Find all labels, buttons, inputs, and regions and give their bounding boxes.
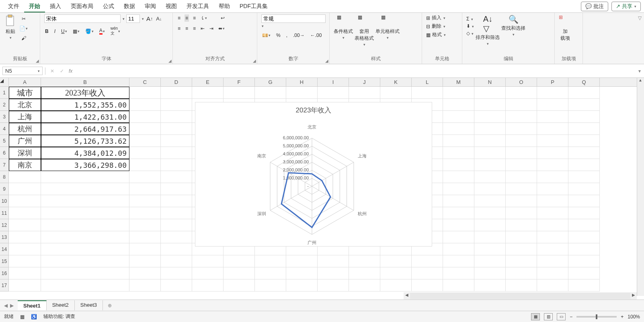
sheet-tab-Sheet3[interactable]: Sheet3 bbox=[75, 300, 103, 310]
row-header-9[interactable]: 9 bbox=[0, 183, 9, 195]
italic-icon[interactable]: I bbox=[53, 28, 56, 35]
cell-P7[interactable] bbox=[537, 159, 568, 171]
bold-icon[interactable]: B bbox=[44, 28, 49, 35]
cell-A6[interactable]: 深圳 bbox=[9, 147, 41, 159]
menu-开发工具[interactable]: 开发工具 bbox=[182, 0, 214, 12]
cell-M13[interactable] bbox=[443, 231, 474, 243]
col-header-O[interactable]: O bbox=[506, 78, 537, 86]
cell-D15[interactable] bbox=[161, 255, 192, 267]
cell-P4[interactable] bbox=[537, 123, 568, 135]
cell-D2[interactable] bbox=[161, 99, 192, 111]
cell-A9[interactable] bbox=[9, 183, 41, 195]
fill-icon[interactable]: ⬇ ▾ bbox=[466, 23, 474, 29]
cell-N10[interactable] bbox=[474, 195, 506, 207]
cell-I17[interactable] bbox=[318, 279, 349, 291]
number-format-select[interactable] bbox=[261, 14, 326, 23]
row-header-1[interactable]: 1 bbox=[0, 87, 9, 99]
menu-帮助[interactable]: 帮助 bbox=[214, 0, 235, 12]
cell-C3[interactable] bbox=[129, 111, 161, 123]
row-header-6[interactable]: 6 bbox=[0, 147, 9, 159]
cell-Q9[interactable] bbox=[568, 183, 600, 195]
col-header-N[interactable]: N bbox=[474, 78, 506, 86]
menu-PDF工具集[interactable]: PDF工具集 bbox=[235, 0, 273, 12]
launcher-icon[interactable]: ◢ bbox=[36, 59, 39, 63]
cell-F15[interactable] bbox=[224, 255, 255, 267]
cell-C10[interactable] bbox=[129, 195, 161, 207]
cell-B14[interactable] bbox=[41, 243, 129, 255]
orientation-icon[interactable]: ⤹▾ bbox=[200, 14, 208, 22]
cell-J17[interactable] bbox=[349, 279, 380, 291]
col-header-Q[interactable]: Q bbox=[568, 78, 600, 86]
cell-B4[interactable]: 2,664,917.63 bbox=[41, 123, 129, 135]
menu-公式[interactable]: 公式 bbox=[98, 0, 119, 12]
sort-filter-button[interactable]: 排序和筛选 bbox=[476, 34, 500, 41]
cell-E1[interactable] bbox=[192, 87, 224, 99]
menu-数据[interactable]: 数据 bbox=[119, 0, 140, 12]
cell-A15[interactable] bbox=[9, 255, 41, 267]
cell-D11[interactable] bbox=[161, 207, 192, 219]
cell-Q12[interactable] bbox=[568, 219, 600, 231]
cell-A11[interactable] bbox=[9, 207, 41, 219]
cell-P15[interactable] bbox=[537, 255, 568, 267]
sheet-nav-prev-icon[interactable]: ◀ bbox=[4, 303, 8, 308]
copy-icon[interactable]: 📄▾ bbox=[18, 25, 29, 32]
menu-文件[interactable]: 文件 bbox=[3, 0, 24, 12]
macro-icon[interactable]: ▦ bbox=[20, 314, 25, 320]
cell-B12[interactable] bbox=[41, 219, 129, 231]
cell-N8[interactable] bbox=[474, 171, 506, 183]
menu-插入[interactable]: 插入 bbox=[45, 0, 66, 12]
col-header-M[interactable]: M bbox=[443, 78, 474, 86]
col-header-J[interactable]: J bbox=[349, 78, 380, 86]
format-cells-icon[interactable]: ▦ bbox=[426, 32, 431, 38]
zoom-slider[interactable] bbox=[576, 316, 617, 318]
decrease-font-icon[interactable]: A↓ bbox=[155, 15, 162, 22]
col-header-A[interactable]: A bbox=[9, 78, 41, 86]
cell-O10[interactable] bbox=[506, 195, 537, 207]
zoom-out-icon[interactable]: − bbox=[570, 314, 572, 320]
cell-K15[interactable] bbox=[380, 255, 412, 267]
wrap-text-icon[interactable]: ↩ bbox=[220, 14, 226, 22]
cell-O5[interactable] bbox=[506, 135, 537, 147]
indent-increase-icon[interactable]: ⇥ bbox=[209, 25, 214, 32]
cell-B15[interactable] bbox=[41, 255, 129, 267]
cell-N1[interactable] bbox=[474, 87, 506, 99]
cell-Q14[interactable] bbox=[568, 243, 600, 255]
collapse-ribbon-icon[interactable]: ▽ bbox=[638, 15, 642, 21]
cell-B9[interactable] bbox=[41, 183, 129, 195]
cell-B8[interactable] bbox=[41, 171, 129, 183]
cell-C2[interactable] bbox=[129, 99, 161, 111]
cell-M17[interactable] bbox=[443, 279, 474, 291]
zoom-in-icon[interactable]: + bbox=[621, 314, 623, 320]
normal-view-icon[interactable]: ▦ bbox=[531, 313, 540, 320]
cell-N13[interactable] bbox=[474, 231, 506, 243]
cell-H1[interactable] bbox=[286, 87, 318, 99]
cell-A3[interactable]: 上海 bbox=[9, 111, 41, 123]
cell-B6[interactable]: 4,384,012.09 bbox=[41, 147, 129, 159]
cell-D4[interactable] bbox=[161, 123, 192, 135]
cell-A7[interactable]: 南京 bbox=[9, 159, 41, 171]
cell-C16[interactable] bbox=[129, 267, 161, 279]
align-right-icon[interactable]: ≡ bbox=[192, 25, 197, 32]
addins-icon[interactable]: ⊞ bbox=[559, 14, 572, 27]
share-button[interactable]: ↗共享▾ bbox=[611, 2, 641, 11]
cell-O4[interactable] bbox=[506, 123, 537, 135]
cell-I16[interactable] bbox=[318, 267, 349, 279]
row-header-5[interactable]: 5 bbox=[0, 135, 9, 147]
cell-K1[interactable] bbox=[380, 87, 412, 99]
sheet-tab-Sheet1[interactable]: Sheet1 bbox=[18, 300, 47, 310]
menu-审阅[interactable]: 审阅 bbox=[140, 0, 161, 12]
formula-input[interactable] bbox=[76, 68, 631, 74]
format-painter-icon[interactable]: 🖌 bbox=[21, 35, 27, 42]
cell-P10[interactable] bbox=[537, 195, 568, 207]
row-header-15[interactable]: 15 bbox=[0, 255, 9, 267]
cell-M3[interactable] bbox=[443, 111, 474, 123]
select-all-corner[interactable]: ◢ bbox=[0, 78, 9, 87]
cell-O12[interactable] bbox=[506, 219, 537, 231]
row-header-14[interactable]: 14 bbox=[0, 243, 9, 255]
cell-Q4[interactable] bbox=[568, 123, 600, 135]
cell-B3[interactable]: 1,422,631.00 bbox=[41, 111, 129, 123]
cell-B10[interactable] bbox=[41, 195, 129, 207]
cell-O3[interactable] bbox=[506, 111, 537, 123]
cell-M6[interactable] bbox=[443, 147, 474, 159]
row-header-16[interactable]: 16 bbox=[0, 267, 9, 279]
